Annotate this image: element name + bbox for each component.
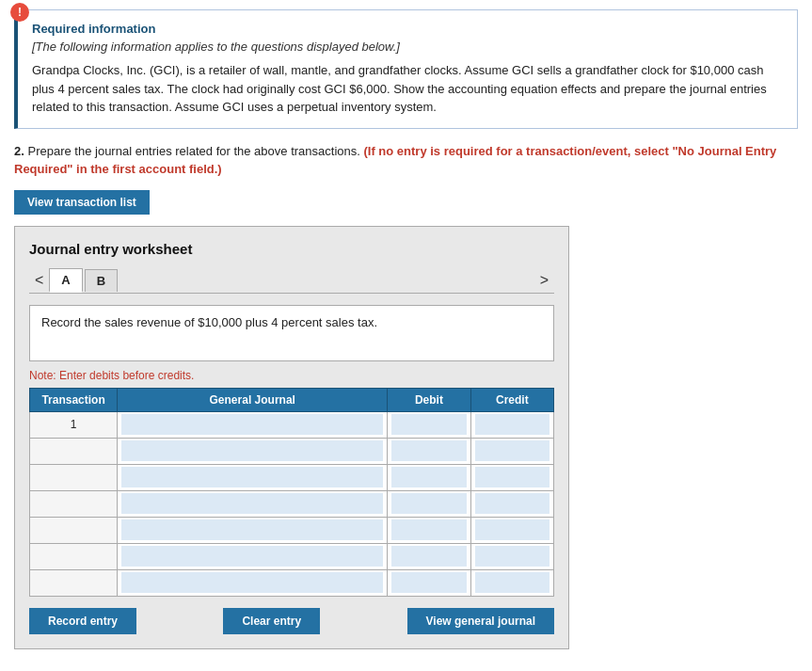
debit-input[interactable] bbox=[391, 546, 466, 567]
view-transaction-button[interactable]: View transaction list bbox=[14, 190, 150, 215]
general-journal-cell[interactable] bbox=[118, 543, 388, 569]
general-journal-cell[interactable] bbox=[118, 438, 388, 464]
general-journal-cell[interactable] bbox=[118, 490, 388, 517]
credit-cell[interactable] bbox=[470, 490, 553, 517]
debit-cell[interactable] bbox=[388, 438, 470, 464]
general-journal-input[interactable] bbox=[121, 493, 383, 514]
tab-next-arrow[interactable]: > bbox=[534, 270, 554, 291]
transaction-cell bbox=[30, 543, 118, 569]
question-label: Prepare the journal entries related for … bbox=[27, 144, 359, 158]
credit-input[interactable] bbox=[475, 519, 549, 540]
info-icon: ! bbox=[10, 3, 29, 22]
clear-entry-button[interactable]: Clear entry bbox=[223, 608, 320, 634]
debit-input[interactable] bbox=[391, 519, 466, 540]
general-journal-input[interactable] bbox=[121, 440, 383, 461]
transaction-cell bbox=[30, 569, 118, 596]
credit-cell[interactable] bbox=[470, 411, 553, 438]
credit-cell[interactable] bbox=[470, 438, 553, 464]
table-row bbox=[30, 569, 554, 596]
col-header-credit: Credit bbox=[470, 388, 553, 411]
record-entry-button[interactable]: Record entry bbox=[29, 608, 136, 634]
debit-cell[interactable] bbox=[388, 411, 470, 438]
col-header-transaction: Transaction bbox=[30, 388, 118, 411]
question-text: 2. Prepare the journal entries related f… bbox=[14, 142, 798, 179]
credit-input[interactable] bbox=[475, 493, 549, 514]
journal-table: Transaction General Journal Debit Credit… bbox=[29, 388, 554, 597]
general-journal-input[interactable] bbox=[121, 546, 383, 567]
debit-input[interactable] bbox=[391, 572, 466, 593]
table-row: 1 bbox=[30, 411, 554, 438]
debit-cell[interactable] bbox=[388, 464, 470, 490]
transaction-cell: 1 bbox=[30, 411, 118, 438]
table-row bbox=[30, 490, 554, 517]
general-journal-cell[interactable] bbox=[118, 464, 388, 490]
info-subtitle: [The following information applies to th… bbox=[32, 40, 783, 54]
info-body: Grandpa Clocks, Inc. (GCI), is a retaile… bbox=[32, 61, 783, 117]
credit-cell[interactable] bbox=[470, 464, 553, 490]
debit-input[interactable] bbox=[391, 414, 466, 435]
tab-b[interactable]: B bbox=[85, 269, 118, 292]
transaction-cell bbox=[30, 464, 118, 490]
credit-cell[interactable] bbox=[470, 517, 553, 543]
debit-cell[interactable] bbox=[388, 490, 470, 517]
credit-input[interactable] bbox=[475, 467, 549, 487]
worksheet-container: Journal entry worksheet < A B > Record t… bbox=[14, 226, 569, 649]
worksheet-title: Journal entry worksheet bbox=[29, 241, 554, 257]
transaction-cell bbox=[30, 490, 118, 517]
transaction-cell bbox=[30, 517, 118, 543]
credit-cell[interactable] bbox=[470, 543, 553, 569]
instruction-text: Record the sales revenue of $10,000 plus… bbox=[41, 315, 377, 329]
tab-a[interactable]: A bbox=[49, 268, 82, 293]
col-header-general-journal: General Journal bbox=[118, 388, 388, 411]
bottom-buttons: Record entry Clear entry View general jo… bbox=[29, 608, 554, 634]
table-row bbox=[30, 464, 554, 490]
table-row bbox=[30, 517, 554, 543]
info-title: Required information bbox=[32, 22, 783, 36]
info-box: ! Required information [The following in… bbox=[14, 9, 798, 129]
debit-cell[interactable] bbox=[388, 569, 470, 596]
tab-prev-arrow[interactable]: < bbox=[29, 270, 49, 291]
debit-cell[interactable] bbox=[388, 517, 470, 543]
table-row bbox=[30, 438, 554, 464]
credit-cell[interactable] bbox=[470, 569, 553, 596]
credit-input[interactable] bbox=[475, 414, 549, 435]
question-number: 2. bbox=[14, 144, 24, 158]
general-journal-cell[interactable] bbox=[118, 517, 388, 543]
general-journal-cell[interactable] bbox=[118, 411, 388, 438]
debit-input[interactable] bbox=[391, 440, 466, 461]
credit-input[interactable] bbox=[475, 440, 549, 461]
general-journal-input[interactable] bbox=[121, 414, 383, 435]
general-journal-cell[interactable] bbox=[118, 569, 388, 596]
tab-nav: < A B > bbox=[29, 268, 554, 294]
transaction-cell bbox=[30, 438, 118, 464]
col-header-debit: Debit bbox=[388, 388, 470, 411]
general-journal-input[interactable] bbox=[121, 519, 383, 540]
general-journal-input[interactable] bbox=[121, 467, 383, 487]
debit-cell[interactable] bbox=[388, 543, 470, 569]
debit-input[interactable] bbox=[391, 467, 466, 487]
table-row bbox=[30, 543, 554, 569]
view-general-journal-button[interactable]: View general journal bbox=[407, 608, 554, 634]
credit-input[interactable] bbox=[475, 546, 549, 567]
credit-input[interactable] bbox=[475, 572, 549, 593]
note-text: Note: Enter debits before credits. bbox=[29, 369, 554, 382]
instruction-box: Record the sales revenue of $10,000 plus… bbox=[29, 305, 554, 361]
general-journal-input[interactable] bbox=[121, 572, 383, 593]
debit-input[interactable] bbox=[391, 493, 466, 514]
